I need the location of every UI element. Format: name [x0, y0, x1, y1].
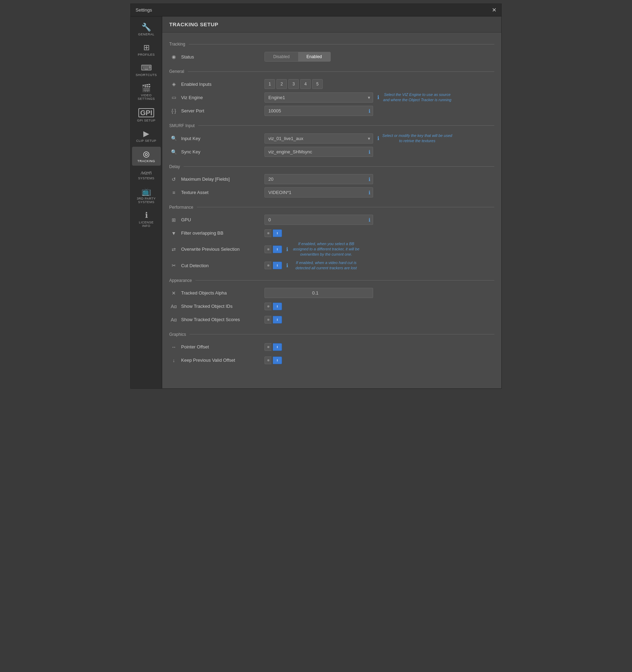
tracked-objects-alpha-icon: ✕ — [169, 290, 178, 296]
sidebar-label-profiles: PROFILES — [138, 53, 155, 56]
status-toggle-group[interactable]: Disabled Enabled — [265, 52, 331, 62]
window-title: Settings — [136, 7, 152, 13]
server-port-input[interactable] — [265, 106, 373, 116]
viz-engine-icon: ▭ — [169, 95, 178, 100]
sidebar-item-tracking[interactable]: ◎ TRACKING — [132, 147, 161, 166]
show-tracked-scores-off — [265, 316, 272, 324]
sidebar-label-license: LICENSEINFO — [139, 221, 153, 228]
section-general-label: General — [169, 69, 184, 74]
cut-detection-info-icon[interactable]: ℹ — [286, 262, 288, 269]
section-graphics: Graphics — [169, 332, 494, 337]
status-icon: ◉ — [169, 54, 178, 60]
sidebar-item-general[interactable]: 🔧 GENERAL — [132, 20, 161, 39]
keep-previous-offset-label: Keep Previous Valid Offset — [181, 358, 262, 363]
input-key-info-icon[interactable]: ℹ — [377, 135, 379, 141]
tracked-objects-alpha-input[interactable] — [265, 288, 373, 298]
tracking-icon: ◎ — [143, 150, 150, 158]
pointer-offset-row: ↔ Pointer Offset I — [169, 340, 494, 354]
maximum-delay-icon: ↺ — [169, 176, 178, 182]
title-bar: Settings ✕ — [131, 4, 501, 16]
keep-previous-offset-toggle[interactable]: I — [265, 356, 282, 364]
server-port-input-wrap: ℹ — [265, 106, 373, 116]
pointer-offset-toggle[interactable]: I — [265, 343, 282, 351]
show-tracked-ids-icon: Aα — [169, 304, 178, 309]
sidebar-item-gpi-setup[interactable]: GPI GPI SETUP — [132, 105, 161, 125]
viz-engine-dropdown[interactable]: Engine1 — [265, 92, 373, 103]
overwrite-row: ⇄ Overwrite Previous Selection I ℹ If en… — [169, 240, 494, 259]
sidebar-label-systems: SYSTEMS — [138, 176, 154, 180]
maximum-delay-row: ↺ Maximum Delay [Fields] ℹ — [169, 173, 494, 186]
gpu-info-icon[interactable]: ℹ — [369, 217, 370, 223]
overwrite-toggle[interactable]: I — [265, 245, 282, 253]
cut-detection-off — [265, 262, 272, 269]
sync-key-input[interactable] — [265, 147, 373, 157]
input-btn-3[interactable]: 3 — [288, 79, 299, 89]
3rd-party-icon: 📺 — [142, 188, 151, 195]
sidebar-item-clip-setup[interactable]: ▶ CLIP SETUP — [132, 126, 161, 145]
show-tracked-scores-label: Show Tracked Object Scores — [181, 317, 262, 322]
sidebar-item-profiles[interactable]: ⊞ PROFILES — [132, 40, 161, 59]
texture-asset-input[interactable] — [265, 187, 373, 198]
enabled-inputs-icon: ◈ — [169, 81, 178, 87]
server-port-info-icon[interactable]: ℹ — [369, 108, 370, 114]
sync-key-icon: 🔍 — [169, 149, 178, 155]
status-disabled-btn[interactable]: Disabled — [265, 52, 298, 61]
viz-engine-dropdown-wrap: Engine1 — [265, 92, 373, 103]
texture-asset-info-icon[interactable]: ℹ — [369, 190, 370, 195]
texture-asset-label: Texture Asset — [181, 190, 262, 195]
status-label: Status — [181, 54, 262, 60]
show-tracked-ids-row: Aα Show Tracked Object IDs I — [169, 300, 494, 313]
texture-asset-input-wrap: ℹ — [265, 187, 373, 198]
status-enabled-btn[interactable]: Enabled — [298, 52, 330, 61]
maximum-delay-input[interactable] — [265, 174, 373, 184]
input-btn-4[interactable]: 4 — [300, 79, 311, 89]
section-appearance: Appearance — [169, 278, 494, 283]
input-btn-5[interactable]: 5 — [312, 79, 323, 89]
sidebar-item-video-settings[interactable]: 🎬 VIDEOSETTINGS — [132, 81, 161, 103]
input-key-label: Input Key — [181, 136, 262, 141]
input-btn-1[interactable]: 1 — [265, 79, 275, 89]
cut-detection-info-text: If enabled, when a video hard cut is det… — [291, 260, 361, 271]
gpi-icon: GPI — [138, 108, 154, 117]
settings-body: Tracking ◉ Status Disabled Enabled — [162, 33, 501, 374]
status-row: ◉ Status Disabled Enabled — [169, 50, 494, 63]
gpu-control: ℹ — [265, 215, 494, 225]
show-tracked-ids-toggle[interactable]: I — [265, 303, 282, 310]
sidebar-item-systems[interactable]: /vizrt\ SYSTEMS — [132, 167, 161, 183]
section-delay-label: Delay — [169, 164, 180, 169]
tracked-objects-alpha-label: Tracked Objects Alpha — [181, 290, 262, 296]
filter-overlapping-toggle[interactable]: I — [265, 229, 282, 237]
enabled-inputs-row: ◈ Enabled Inputs 1 2 3 4 5 — [169, 77, 494, 91]
overwrite-icon: ⇄ — [169, 247, 178, 252]
sidebar-label-general: GENERAL — [138, 33, 154, 36]
sidebar-item-shortcuts[interactable]: ⌨ SHORTCUTS — [132, 61, 161, 79]
enabled-inputs-buttons: 1 2 3 4 5 — [265, 79, 323, 89]
section-graphics-line — [190, 334, 494, 334]
sync-key-control: ℹ — [265, 147, 494, 157]
maximum-delay-info-icon[interactable]: ℹ — [369, 176, 370, 182]
sidebar-item-license[interactable]: ℹ LICENSEINFO — [132, 208, 161, 230]
general-icon: 🔧 — [142, 23, 151, 31]
sync-key-info-icon[interactable]: ℹ — [369, 149, 370, 155]
show-tracked-scores-on: I — [273, 316, 282, 324]
viz-engine-info-icon[interactable]: ℹ — [377, 94, 379, 101]
input-btn-2[interactable]: 2 — [276, 79, 287, 89]
section-general-line — [188, 71, 494, 72]
sidebar-label-video-settings: VIDEOSETTINGS — [138, 93, 155, 101]
show-tracked-scores-toggle[interactable]: I — [265, 316, 282, 324]
overwrite-control: I ℹ If enabled, when you select a BB ass… — [265, 241, 494, 257]
overwrite-info-icon[interactable]: ℹ — [286, 246, 288, 252]
sidebar-item-3rd-party[interactable]: 📺 3RD PARTYSYSTEMS — [132, 184, 161, 207]
gpu-input[interactable] — [265, 215, 373, 225]
server-port-row: {·} Server Port ℹ — [169, 104, 494, 118]
close-button[interactable]: ✕ — [492, 7, 496, 13]
content-area: TRACKING SETUP Tracking ◉ Status Disable… — [162, 16, 501, 388]
input-key-dropdown[interactable]: viz_01_live1_aux — [265, 133, 373, 144]
texture-asset-row: ≡ Texture Asset ℹ — [169, 186, 494, 199]
pointer-offset-label: Pointer Offset — [181, 344, 262, 349]
cut-detection-toggle[interactable]: I — [265, 262, 282, 269]
video-settings-icon: 🎬 — [142, 84, 151, 92]
systems-icon: /vizrt\ — [141, 171, 152, 175]
section-tracking: Tracking — [169, 42, 494, 47]
shortcuts-icon: ⌨ — [141, 64, 152, 72]
